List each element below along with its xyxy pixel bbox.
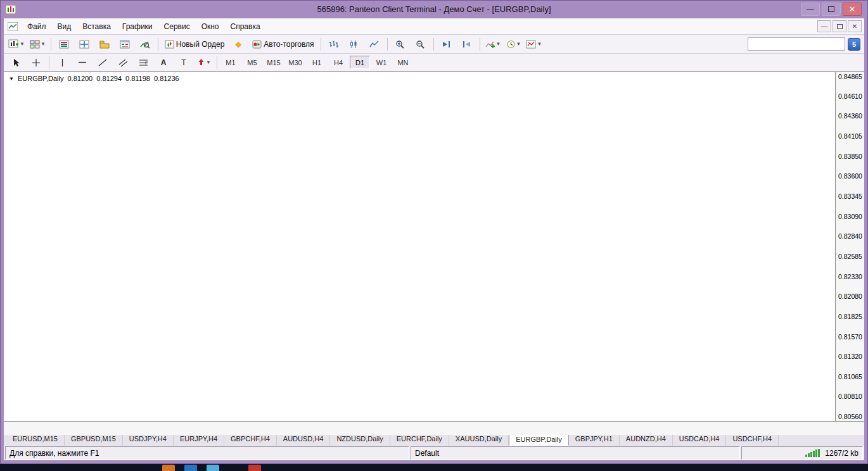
text-tool-button[interactable]: A — [154, 55, 173, 70]
new-chart-button[interactable]: ▼ — [6, 37, 27, 52]
timeframe-m15-button[interactable]: M15 — [264, 56, 284, 69]
timeframe-m5-button[interactable]: M5 — [242, 56, 262, 69]
menu-item-window[interactable]: Окно — [196, 20, 225, 33]
svg-text:0.81825: 0.81825 — [838, 313, 862, 320]
cursor-button[interactable] — [6, 55, 25, 70]
horizontal-line-button[interactable] — [73, 55, 92, 70]
taskbar-app-icon[interactable] — [248, 465, 261, 471]
profiles-icon — [30, 40, 40, 49]
menu-item-file[interactable]: Файл — [22, 20, 52, 33]
crosshair-button[interactable] — [27, 55, 46, 70]
new-order-button[interactable]: Новый Ордер — [162, 37, 227, 52]
timeframe-w1-button[interactable]: W1 — [371, 56, 392, 69]
chevron-down-icon: ▼ — [516, 41, 521, 47]
menu-item-insert[interactable]: Вставка — [77, 20, 117, 33]
chart-dropdown-icon: ▼ — [9, 76, 14, 82]
taskbar-app-icon[interactable] — [162, 465, 175, 471]
svg-text:0.84610: 0.84610 — [838, 92, 862, 100]
restore-button[interactable] — [822, 3, 841, 16]
zoom-in-button[interactable] — [391, 37, 410, 52]
plot-background — [4, 72, 835, 421]
taskbar-app-icon[interactable] — [207, 465, 219, 471]
chart-low-value: 0.81198 — [125, 75, 150, 82]
equidistant-channel-button[interactable] — [113, 55, 132, 70]
bar-chart-icon — [329, 40, 338, 49]
autotrading-button[interactable]: Авто-торговля — [249, 37, 317, 52]
svg-text:0.82585: 0.82585 — [838, 253, 862, 260]
toolbar-search-box — [748, 37, 845, 51]
profiles-button[interactable]: ▼ — [28, 37, 48, 52]
svg-text:0.80560: 0.80560 — [838, 413, 862, 420]
chart-symbol-label: EURGBP,Daily — [18, 75, 64, 82]
diamond-icon: ◆ — [235, 39, 241, 49]
search-input[interactable] — [748, 39, 843, 49]
taskbar-app-icon[interactable] — [184, 465, 197, 471]
mdi-close-button[interactable]: ✕ — [848, 20, 862, 32]
menu-item-service[interactable]: Сервис — [158, 20, 196, 33]
bar-chart-mode-button[interactable] — [324, 37, 343, 52]
app-icon — [6, 5, 16, 14]
title-bar[interactable]: 565896: Panteon Client Terminal - Демо С… — [0, 0, 868, 18]
data-window-button[interactable] — [75, 37, 94, 52]
toolbar-separator — [480, 38, 480, 51]
fibonacci-button[interactable]: F — [134, 55, 153, 70]
mql5-community-button[interactable]: 5 — [848, 38, 860, 51]
line-chart-mode-button[interactable] — [365, 37, 384, 52]
chart-shift-button[interactable] — [457, 37, 476, 52]
vertical-line-icon — [58, 58, 67, 67]
auto-scroll-icon — [442, 40, 451, 49]
svg-text:0.82330: 0.82330 — [838, 273, 862, 280]
menu-item-help[interactable]: Справка — [225, 20, 266, 33]
connection-meter-icon — [805, 449, 820, 457]
templates-icon — [526, 40, 536, 49]
auto-scroll-button[interactable] — [437, 37, 456, 52]
strategy-tester-button[interactable] — [136, 37, 155, 52]
restore-icon — [828, 6, 834, 12]
chart-ohlc-header[interactable]: ▼ EURGBP,Daily 0.81200 0.81294 0.81198 0… — [9, 75, 179, 82]
toolbar-separator — [49, 56, 49, 69]
close-button[interactable]: ✕ — [843, 3, 862, 16]
timeframe-buttons: M1M5M15M30H1H4D1W1MN — [220, 56, 414, 69]
templates-button[interactable]: ▼ — [524, 37, 544, 52]
timeframe-h4-button[interactable]: H4 — [328, 56, 348, 69]
status-traffic-value: 1267/2 kb — [825, 449, 858, 458]
horizontal-line-icon — [78, 58, 87, 66]
new-order-label: Новый Ордер — [176, 40, 224, 49]
chart-system-menu-icon[interactable] — [8, 22, 18, 31]
arrows-tool-button[interactable]: ▼ — [195, 55, 214, 70]
chart-canvas[interactable]: 0.848650.846100.843600.841050.838500.836… — [4, 72, 864, 435]
menu-item-view[interactable]: Вид — [52, 20, 77, 33]
timeframe-m1-button[interactable]: M1 — [220, 56, 241, 69]
zoom-out-button[interactable] — [411, 37, 430, 52]
indicators-button[interactable]: ▼ — [483, 37, 503, 52]
vertical-line-button[interactable] — [53, 55, 72, 70]
timeframe-d1-button[interactable]: D1 — [350, 56, 370, 69]
status-profile-name[interactable]: Default — [415, 449, 439, 458]
mdi-minimize-button[interactable]: — — [817, 20, 831, 32]
navigator-button[interactable] — [95, 37, 114, 52]
svg-text:0.83850: 0.83850 — [838, 153, 862, 160]
toolbar-separator — [387, 38, 388, 51]
svg-text:0.83090: 0.83090 — [838, 213, 862, 220]
menu-item-charts[interactable]: Графики — [117, 20, 158, 33]
autotrading-icon — [252, 40, 262, 49]
candlestick-mode-button[interactable] — [345, 37, 364, 52]
toolbar-separator — [158, 38, 158, 51]
taskbar[interactable] — [0, 464, 868, 471]
terminal-icon — [120, 40, 130, 49]
metaquotes-button[interactable]: ◆ — [229, 37, 248, 52]
svg-text:0.83345: 0.83345 — [838, 192, 862, 200]
svg-text:F: F — [145, 61, 148, 65]
timeframe-m30-button[interactable]: M30 — [285, 56, 305, 69]
menu-bar: ФайлВидВставкаГрафикиСервисОкноСправка —… — [4, 18, 864, 35]
terminal-button[interactable] — [115, 37, 134, 52]
trendline-button[interactable] — [93, 55, 112, 70]
trendline-icon — [98, 58, 107, 67]
periods-button[interactable]: ▼ — [504, 37, 523, 52]
mdi-restore-button[interactable] — [833, 20, 846, 32]
text-label-button[interactable]: T — [174, 55, 193, 70]
market-watch-button[interactable] — [54, 37, 73, 52]
timeframe-h1-button[interactable]: H1 — [307, 56, 327, 69]
timeframe-mn-button[interactable]: MN — [393, 56, 413, 69]
minimize-button[interactable]: — — [801, 3, 820, 16]
